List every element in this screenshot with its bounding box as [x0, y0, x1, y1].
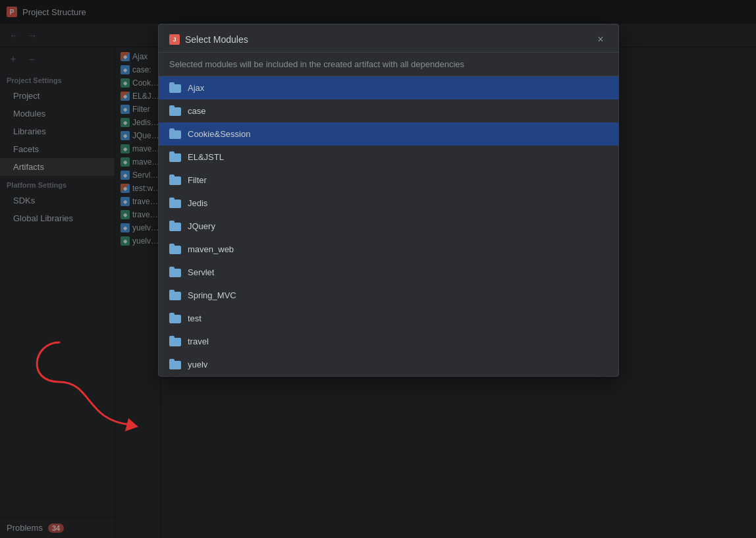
folder-icon-ajax — [169, 82, 181, 93]
modal-module-case[interactable]: case — [159, 99, 618, 122]
module-label-test: test — [188, 313, 202, 323]
folder-icon-test — [169, 313, 181, 323]
folder-icon-filter — [169, 175, 181, 185]
folder-icon-case — [169, 105, 181, 116]
modal-module-el[interactable]: EL&JSTL — [159, 146, 618, 169]
module-label-travel: travel — [188, 336, 209, 346]
folder-icon-yuelv — [169, 359, 181, 369]
folder-icon-maven-web — [169, 244, 181, 254]
modal-module-cookie[interactable]: Cookie&Session — [159, 122, 618, 146]
folder-icon-spring-mvc — [169, 290, 181, 300]
module-label-yuelv: yuelv — [188, 360, 207, 369]
modal-module-jedis[interactable]: Jedis — [159, 192, 618, 215]
modal-module-filter[interactable]: Filter — [159, 169, 618, 192]
module-label-cookie: Cookie&Session — [188, 129, 250, 139]
folder-icon-jquery — [169, 221, 181, 231]
modal-subtitle: Selected modules will be included in the… — [159, 53, 618, 76]
modal-overlay: J Select Modules × Selected modules will… — [0, 0, 756, 538]
modal-module-servlet[interactable]: Servlet — [159, 261, 618, 284]
folder-icon-cookie — [169, 128, 181, 139]
modal-module-list: Ajax case Cookie&Session EL&JSTL Filter — [159, 76, 618, 376]
modal-icon: J — [169, 34, 180, 45]
modal-title: Select Modules — [185, 34, 248, 45]
folder-icon-jedis — [169, 198, 181, 208]
modal-module-ajax[interactable]: Ajax — [159, 76, 618, 99]
modal-close-button[interactable]: × — [593, 32, 608, 47]
select-modules-modal: J Select Modules × Selected modules will… — [158, 24, 619, 377]
modal-module-maven-web[interactable]: maven_web — [159, 238, 618, 261]
modal-module-travel[interactable]: travel — [159, 330, 618, 353]
modal-module-jquery[interactable]: JQuery — [159, 215, 618, 238]
module-label-jedis: Jedis — [188, 198, 207, 208]
modal-module-spring-mvc[interactable]: Spring_MVC — [159, 284, 618, 307]
modal-title-row: J Select Modules — [169, 34, 248, 45]
module-label-ajax: Ajax — [188, 83, 204, 93]
folder-icon-travel — [169, 336, 181, 346]
module-label-servlet: Servlet — [188, 267, 214, 277]
module-label-filter: Filter — [188, 175, 207, 185]
module-label-case: case — [188, 106, 205, 116]
folder-icon-el — [169, 151, 181, 162]
module-label-jquery: JQuery — [188, 221, 215, 231]
module-label-maven-web: maven_web — [188, 244, 234, 254]
modal-module-yuelv[interactable]: yuelv — [159, 353, 618, 376]
module-label-el: EL&JSTL — [188, 152, 224, 162]
modal-module-test[interactable]: test — [159, 307, 618, 330]
module-label-spring-mvc: Spring_MVC — [188, 290, 236, 300]
folder-icon-servlet — [169, 267, 181, 277]
modal-header: J Select Modules × — [159, 24, 618, 53]
